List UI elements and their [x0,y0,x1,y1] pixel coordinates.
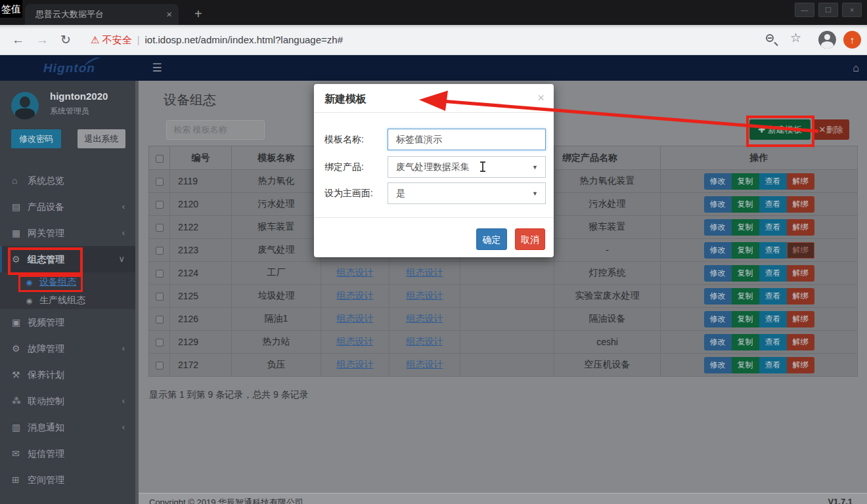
sidebar-item-configuration[interactable]: ⚙组态管理∨ [0,246,135,272]
config-design-link[interactable]: 组态设计 [407,290,443,301]
edit-button[interactable]: 修改 [704,219,732,236]
edit-button[interactable]: 修改 [704,288,732,304]
copy-button[interactable]: 复制 [732,265,759,282]
row-checkbox[interactable] [156,247,164,255]
row-checkbox[interactable] [156,201,164,209]
sidebar-toggle-icon[interactable]: ☰ [145,55,169,81]
config-design-link[interactable]: 组态设计 [407,313,443,324]
unbind-button[interactable]: 解绑 [787,219,814,236]
tab-close-icon[interactable]: × [166,4,172,25]
edit-button[interactable]: 修改 [704,173,732,190]
config-design-link[interactable]: 组态设计 [337,336,374,346]
new-tab-icon[interactable]: + [194,5,202,22]
config-design-link[interactable]: 组态设计 [337,267,374,278]
sidebar-item-fault[interactable]: ⚙故障管理‹ [0,335,135,362]
sidebar-item-message[interactable]: ▥消息通知‹ [0,414,135,440]
edit-button[interactable]: 修改 [704,242,732,259]
unbind-button[interactable]: 解绑 [787,357,814,373]
copy-button[interactable]: 复制 [732,219,759,236]
edit-button[interactable]: 修改 [704,196,732,213]
logout-button[interactable]: 退出系统 [78,129,125,148]
browser-profile-avatar[interactable] [818,31,836,49]
copy-button[interactable]: 复制 [732,288,759,304]
view-button[interactable]: 查看 [759,334,787,350]
config-design-link[interactable]: 组态设计 [337,313,374,324]
row-checkbox[interactable] [156,224,164,232]
unbind-button[interactable]: 解绑 [787,265,814,282]
row-checkbox[interactable] [156,293,164,301]
sidebar-item-product-device[interactable]: ▤产品设备‹ [0,194,135,220]
sidebar-item-system-overview[interactable]: ⌂系统总览 [0,167,135,194]
view-button[interactable]: 查看 [759,196,787,213]
modal-close-icon[interactable]: × [537,91,545,105]
copy-button[interactable]: 复制 [732,357,759,373]
edit-button[interactable]: 修改 [704,265,732,282]
delete-button[interactable]: ✕删除 [812,119,849,140]
config-design-link[interactable]: 组态设计 [337,290,374,301]
template-id-cell: 2119 [170,170,232,193]
zoom-out-icon[interactable] [766,34,774,42]
close-icon[interactable]: × [842,3,862,17]
minimize-icon[interactable]: — [795,3,814,17]
browser-update-icon[interactable]: ↑ [843,31,861,49]
sidebar-item-sms[interactable]: ✉短信管理 [0,440,135,467]
modal-select[interactable]: 废气处理数据采集▼ [388,156,546,178]
view-button[interactable]: 查看 [759,242,787,259]
row-checkbox[interactable] [156,178,164,186]
modal-select[interactable]: 是▼ [388,182,546,204]
address-bar[interactable]: ⚠ 不安全|iot.idosp.net/admin/index.html?lan… [91,31,754,49]
unbind-button[interactable]: 解绑 [787,311,814,327]
copy-button[interactable]: 复制 [732,173,759,190]
back-icon[interactable]: ← [12,25,24,55]
copy-button[interactable]: 复制 [732,196,759,213]
change-password-button[interactable]: 修改密码 [11,129,61,148]
edit-button[interactable]: 修改 [704,311,732,327]
row-checkbox[interactable] [156,316,164,324]
copy-button[interactable]: 复制 [732,242,759,259]
sidebar-menu: ⌂系统总览▤产品设备‹▦网关管理‹⚙组态管理∨◉设备组态◉生产线组态▣视频管理⚙… [0,167,135,493]
row-checkbox[interactable] [156,362,164,369]
maximize-icon[interactable]: ☐ [818,3,838,17]
config-design-link[interactable]: 组态设计 [407,359,443,369]
copy-button[interactable]: 复制 [732,334,759,350]
home-icon[interactable]: ⌂ [853,55,859,81]
sidebar-subitem-production-line-config[interactable]: ◉生产线组态 [0,291,135,309]
sidebar-item-video[interactable]: ▣视频管理 [0,309,135,335]
sidebar-subitem-device-config[interactable]: ◉设备组态 [0,272,135,291]
forward-icon[interactable]: → [36,25,49,55]
view-button[interactable]: 查看 [759,173,787,190]
search-input[interactable]: 检索 模板名称 [166,120,265,140]
row-checkbox[interactable] [156,270,164,278]
reload-icon[interactable]: ↻ [60,25,71,55]
edit-button[interactable]: 修改 [704,357,732,373]
sidebar-item-linkage[interactable]: ⁂联动控制‹ [0,388,135,414]
row-checkbox[interactable] [156,339,164,346]
config-design-link[interactable]: 组态设计 [337,359,374,369]
unbind-button[interactable]: 解绑 [787,288,814,304]
template-name-input[interactable]: 标签值演示 [388,129,546,150]
config-design-link[interactable]: 组态设计 [407,267,443,278]
config-design-link[interactable]: 组态设计 [407,336,443,346]
bookmark-star-icon[interactable]: ☆ [790,30,801,45]
sidebar-item-gateway[interactable]: ▦网关管理‹ [0,220,135,246]
unbind-button[interactable]: 解绑 [787,242,814,259]
view-button[interactable]: 查看 [759,311,787,327]
product-device-icon: ▤ [12,194,28,220]
unbind-button[interactable]: 解绑 [787,196,814,213]
sidebar-item-space[interactable]: ⊞空间管理 [0,467,135,493]
cancel-button[interactable]: 取消 [515,228,545,250]
view-button[interactable]: 查看 [759,357,787,373]
new-template-button[interactable]: ✚ 新建模板 [749,119,811,140]
select-all-checkbox[interactable] [156,155,164,163]
unbind-button[interactable]: 解绑 [787,173,814,190]
edit-button[interactable]: 修改 [704,334,732,350]
view-button[interactable]: 查看 [759,288,787,304]
view-button[interactable]: 查看 [759,265,787,282]
view-button[interactable]: 查看 [759,219,787,236]
copy-button[interactable]: 复制 [732,311,759,327]
sidebar-item-label: 视频管理 [28,317,64,327]
unbind-button[interactable]: 解绑 [787,334,814,350]
browser-tab[interactable]: 思普云大数据平台 × [25,4,179,25]
sidebar-item-maintenance[interactable]: ⚒保养计划 [0,362,135,388]
confirm-button[interactable]: 确定 [476,228,507,250]
